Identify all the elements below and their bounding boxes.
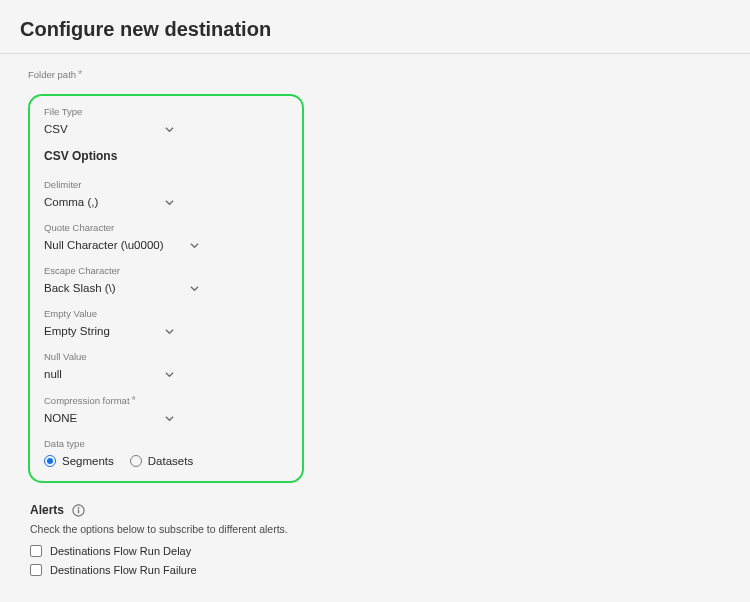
required-asterisk: * <box>78 68 82 80</box>
chevron-down-icon <box>189 283 199 293</box>
delimiter-select[interactable]: Comma (,) <box>44 196 174 208</box>
compression-format-value: NONE <box>44 412 77 424</box>
escape-character-label: Escape Character <box>44 265 288 276</box>
empty-value-field: Empty Value Empty String <box>44 308 288 337</box>
chevron-down-icon <box>164 413 174 423</box>
compression-format-select[interactable]: NONE <box>44 412 174 424</box>
radio-label-segments: Segments <box>62 455 114 467</box>
folder-path-label: Folder path* <box>28 68 730 80</box>
quote-character-select[interactable]: Null Character (\u0000) <box>44 239 199 251</box>
escape-character-field: Escape Character Back Slash (\) <box>44 265 288 294</box>
file-type-select[interactable]: CSV <box>44 123 174 135</box>
quote-character-value: Null Character (\u0000) <box>44 239 164 251</box>
required-asterisk: * <box>132 394 136 406</box>
quote-character-field: Quote Character Null Character (\u0000) <box>44 222 288 251</box>
escape-character-value: Back Slash (\) <box>44 282 116 294</box>
page-header: Configure new destination <box>0 0 750 53</box>
radio-segments[interactable]: Segments <box>44 455 114 467</box>
alert-label-failure: Destinations Flow Run Failure <box>50 564 197 576</box>
chevron-down-icon <box>189 240 199 250</box>
chevron-down-icon <box>164 124 174 134</box>
checkbox-icon <box>30 564 42 576</box>
null-value-field: Null Value null <box>44 351 288 380</box>
empty-value-label: Empty Value <box>44 308 288 319</box>
chevron-down-icon <box>164 326 174 336</box>
alert-checkbox-failure[interactable]: Destinations Flow Run Failure <box>30 564 730 576</box>
alerts-title: Alerts <box>30 503 64 517</box>
csv-options-title: CSV Options <box>44 149 288 163</box>
csv-options-highlight: File Type CSV CSV Options Delimiter Comm… <box>28 94 304 483</box>
svg-rect-2 <box>78 509 79 513</box>
svg-point-1 <box>78 507 80 509</box>
alerts-header: Alerts <box>30 503 730 517</box>
checkbox-icon <box>30 545 42 557</box>
null-value-select[interactable]: null <box>44 368 174 380</box>
delimiter-label: Delimiter <box>44 179 288 190</box>
info-icon[interactable] <box>72 504 85 517</box>
alert-checkbox-delay[interactable]: Destinations Flow Run Delay <box>30 545 730 557</box>
radio-label-datasets: Datasets <box>148 455 193 467</box>
compression-format-label: Compression format* <box>44 394 288 406</box>
alerts-section: Alerts Check the options below to subscr… <box>28 503 730 576</box>
null-value-value: null <box>44 368 62 380</box>
page-title: Configure new destination <box>20 18 730 41</box>
quote-character-label: Quote Character <box>44 222 288 233</box>
data-type-radio-group: Segments Datasets <box>44 455 288 467</box>
alerts-description: Check the options below to subscribe to … <box>30 523 730 535</box>
delimiter-value: Comma (,) <box>44 196 98 208</box>
radio-icon <box>44 455 56 467</box>
empty-value-select[interactable]: Empty String <box>44 325 174 337</box>
file-type-label: File Type <box>44 106 288 117</box>
delimiter-field: Delimiter Comma (,) <box>44 179 288 208</box>
compression-format-field: Compression format* NONE <box>44 394 288 424</box>
file-type-value: CSV <box>44 123 68 135</box>
data-type-field: Data type Segments Datasets <box>44 438 288 467</box>
null-value-label: Null Value <box>44 351 288 362</box>
content-area: Folder path* File Type CSV CSV Options D… <box>0 54 750 593</box>
radio-datasets[interactable]: Datasets <box>130 455 193 467</box>
file-type-field: File Type CSV <box>44 106 288 135</box>
alert-label-delay: Destinations Flow Run Delay <box>50 545 191 557</box>
data-type-label: Data type <box>44 438 288 449</box>
escape-character-select[interactable]: Back Slash (\) <box>44 282 199 294</box>
folder-path-field: Folder path* <box>28 68 730 80</box>
empty-value-value: Empty String <box>44 325 110 337</box>
radio-icon <box>130 455 142 467</box>
chevron-down-icon <box>164 369 174 379</box>
chevron-down-icon <box>164 197 174 207</box>
